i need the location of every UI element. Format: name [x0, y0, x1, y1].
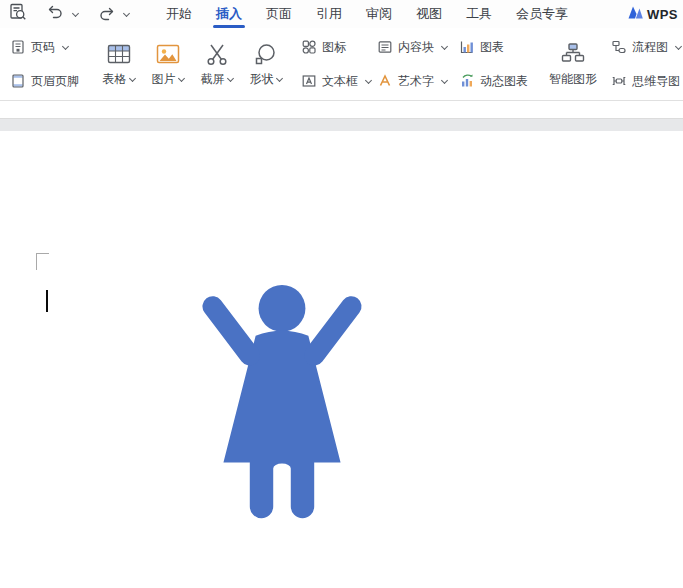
tab-references[interactable]: 引用	[304, 0, 354, 28]
insert-big-buttons: 表格 图片	[95, 32, 289, 96]
chevron-down-icon	[365, 76, 372, 83]
smart-graphic-label-row: 智能图形	[549, 71, 597, 88]
bar-chart-icon	[459, 39, 475, 55]
insert-small-buttons: 图标 内容块	[297, 34, 543, 94]
wps-writer-window: 开始 插入 页面 引用 审阅 视图 工具 会员专享 WPS	[0, 0, 683, 587]
table-label-row: 表格	[103, 71, 135, 88]
shapes-icon	[253, 41, 279, 67]
smart-graphic-button[interactable]: 智能图形	[545, 32, 601, 96]
margin-corner-mark	[36, 253, 49, 270]
picture-label-row: 图片	[152, 71, 184, 88]
content-block-button[interactable]: 内容块	[373, 34, 451, 60]
undo-icon	[47, 4, 64, 24]
chevron-down-icon	[128, 74, 135, 81]
quick-access-toolbar	[6, 2, 132, 26]
chevron-down-icon	[72, 9, 79, 16]
insert-shapes-button[interactable]: 形状	[242, 32, 289, 96]
textbox-label: 文本框	[322, 73, 358, 90]
document-canvas	[0, 101, 683, 587]
undo-button[interactable]	[44, 2, 67, 26]
mindmap-label: 思维导图	[632, 73, 680, 90]
flowchart-button[interactable]: 流程图	[607, 34, 683, 60]
wps-logo-icon	[627, 5, 644, 24]
dynamic-chart-button[interactable]: 动态图表	[455, 68, 532, 94]
dynamic-chart-icon	[459, 73, 475, 89]
icons-label: 图标	[322, 39, 346, 56]
chevron-down-icon	[275, 74, 282, 81]
flowchart-icon	[611, 39, 627, 55]
dynamic-chart-label: 动态图表	[480, 73, 528, 90]
tab-home[interactable]: 开始	[154, 0, 204, 28]
table-icon	[106, 41, 132, 67]
picture-label: 图片	[152, 71, 176, 88]
document-page[interactable]	[0, 131, 683, 587]
insert-icons-button[interactable]: 图标	[297, 34, 350, 60]
chevron-down-icon	[441, 76, 448, 83]
page-number-button[interactable]: 页码	[6, 34, 83, 60]
picture-icon	[155, 41, 181, 67]
wordart-button[interactable]: 艺术字	[373, 68, 451, 94]
redo-dropdown[interactable]	[118, 2, 132, 26]
header-footer-button[interactable]: 页眉页脚	[6, 68, 83, 94]
content-block-icon	[377, 39, 393, 55]
smart-graphic-group: 智能图形	[545, 32, 601, 96]
page-number-label: 页码	[31, 39, 55, 56]
diagram-group: 流程图 思维导图	[607, 34, 683, 94]
smart-graphic-icon	[560, 41, 586, 67]
wordart-label: 艺术字	[398, 73, 434, 90]
redo-icon	[98, 6, 115, 22]
ribbon-tabs: 开始 插入 页面 引用 审阅 视图 工具 会员专享	[154, 0, 580, 28]
tab-page[interactable]: 页面	[254, 0, 304, 28]
page-top-gap	[0, 118, 683, 131]
chevron-down-icon	[177, 74, 184, 81]
page-number-icon	[10, 39, 26, 55]
page-number-group: 页码 页眉页脚	[6, 34, 83, 94]
textbox-icon	[301, 73, 317, 89]
tab-insert[interactable]: 插入	[204, 0, 254, 28]
screenshot-button[interactable]: 截屏	[193, 32, 240, 96]
chart-label: 图表	[480, 39, 504, 56]
top-bar: 开始 插入 页面 引用 审阅 视图 工具 会员专享 WPS	[0, 0, 683, 28]
table-label: 表格	[103, 71, 127, 88]
chevron-down-icon	[226, 74, 233, 81]
insert-picture-button[interactable]: 图片	[144, 32, 191, 96]
header-footer-icon	[10, 73, 26, 89]
content-block-label: 内容块	[398, 39, 434, 56]
tab-view[interactable]: 视图	[404, 0, 454, 28]
small-buttons-row-2: 文本框 艺术字	[297, 68, 543, 94]
woman-arms-raised-figure[interactable]	[198, 283, 366, 527]
flowchart-label: 流程图	[632, 39, 668, 56]
shapes-label: 形状	[250, 71, 274, 88]
chevron-down-icon	[123, 9, 130, 16]
icon-library-icon	[301, 39, 317, 55]
tab-tools[interactable]: 工具	[454, 0, 504, 28]
chevron-down-icon	[62, 42, 69, 49]
mindmap-button[interactable]: 思维导图	[607, 68, 683, 94]
smart-graphic-label: 智能图形	[549, 71, 597, 88]
tab-review[interactable]: 审阅	[354, 0, 404, 28]
magnifier-document-icon	[9, 3, 27, 25]
wps-logo-text: WPS	[647, 7, 678, 22]
mindmap-icon	[611, 73, 627, 89]
textbox-button[interactable]: 文本框	[297, 68, 375, 94]
screenshot-label: 截屏	[201, 71, 225, 88]
insert-ribbon: 页码 页眉页脚	[0, 28, 683, 101]
tab-member[interactable]: 会员专享	[504, 0, 580, 28]
header-footer-label: 页眉页脚	[31, 73, 79, 90]
chevron-down-icon	[441, 42, 448, 49]
insert-chart-button[interactable]: 图表	[455, 34, 508, 60]
insert-table-button[interactable]: 表格	[95, 32, 142, 96]
shapes-label-row: 形状	[250, 71, 282, 88]
small-buttons-row-1: 图标 内容块	[297, 34, 543, 60]
redo-button[interactable]	[95, 2, 118, 26]
text-cursor	[46, 290, 48, 312]
undo-dropdown[interactable]	[67, 2, 81, 26]
chevron-down-icon	[675, 42, 682, 49]
screenshot-label-row: 截屏	[201, 71, 233, 88]
wordart-icon	[377, 73, 393, 89]
wps-logo: WPS	[627, 5, 679, 24]
find-replace-button[interactable]	[6, 2, 30, 26]
scissors-icon	[204, 41, 230, 67]
